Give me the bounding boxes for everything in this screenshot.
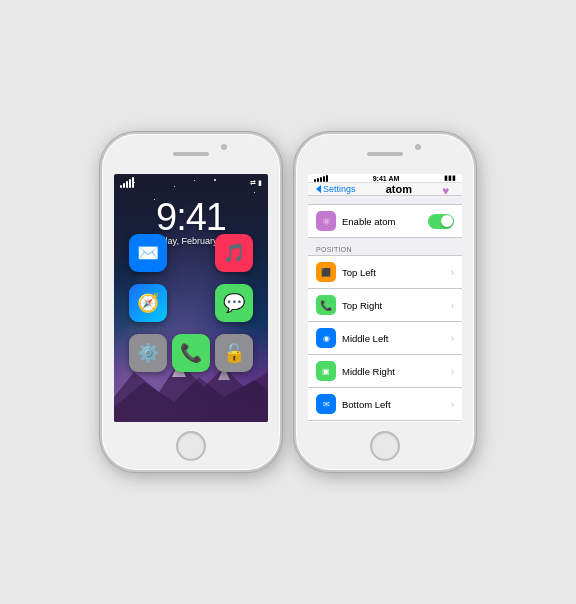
ss-battery: ▮▮▮ bbox=[444, 174, 456, 182]
spacer bbox=[172, 284, 210, 322]
ls-signal bbox=[120, 177, 134, 188]
back-chevron-icon bbox=[316, 185, 321, 193]
ss-bar-4 bbox=[323, 176, 325, 182]
pos-icon-bottom-left: ✉ bbox=[316, 394, 336, 414]
ss-bar-3 bbox=[320, 177, 322, 182]
battery-icon: ▮ bbox=[258, 179, 262, 187]
back-button[interactable]: Settings bbox=[316, 184, 356, 194]
home-button-right[interactable] bbox=[370, 431, 400, 461]
pos-icon-middle-left: ◉ bbox=[316, 328, 336, 348]
chevron-middle-left: › bbox=[451, 333, 454, 344]
back-label: Settings bbox=[323, 184, 356, 194]
settings-statusbar: 9:41 AM ▮▮▮ bbox=[308, 174, 462, 183]
unlock-icon: 🔓 bbox=[215, 334, 253, 372]
chevron-bottom-left: › bbox=[451, 399, 454, 410]
pos-label-bottom-left: Bottom Left bbox=[342, 399, 445, 410]
atom-icon: ⚛ bbox=[316, 211, 336, 231]
ls-status-icons: ⇄ ▮ bbox=[250, 179, 262, 187]
ss-signal bbox=[314, 175, 328, 182]
speaker-left bbox=[173, 152, 209, 156]
screen-left: ⇄ ▮ 9:41 Friday, February 20 ⚙️ 📞 🔓 bbox=[114, 174, 268, 422]
pos-label-middle-left: Middle Left bbox=[342, 333, 445, 344]
phone-bottom-right bbox=[296, 422, 474, 470]
home-button-left[interactable] bbox=[176, 431, 206, 461]
signal-bar-5 bbox=[132, 177, 134, 188]
mail-icon: ✉️ bbox=[129, 234, 167, 272]
app-icons-row3: ✉️ 🎵 bbox=[114, 234, 268, 272]
pos-icon-top-left: ⬛ bbox=[316, 262, 336, 282]
signal-bar-1 bbox=[120, 185, 122, 188]
position-row-middle-left[interactable]: ◉ Middle Left › bbox=[308, 322, 462, 355]
messages-icon: 💬 bbox=[215, 284, 253, 322]
settings-screen: 9:41 AM ▮▮▮ Settings atom ♥ ⚛ Enable ato… bbox=[308, 174, 462, 422]
lockscreen-time: 9:41 bbox=[114, 196, 268, 239]
safari-icon: 🧭 bbox=[129, 284, 167, 322]
right-phone: 9:41 AM ▮▮▮ Settings atom ♥ ⚛ Enable ato… bbox=[294, 132, 476, 472]
music-icon: 🎵 bbox=[215, 234, 253, 272]
position-header: POSITION bbox=[308, 244, 462, 255]
spacer2 bbox=[172, 234, 210, 272]
ss-bar-1 bbox=[314, 179, 316, 182]
ss-bar-5 bbox=[326, 175, 328, 182]
position-row-top-left[interactable]: ⬛ Top Left › bbox=[308, 256, 462, 289]
position-row-middle-right[interactable]: ▣ Middle Right › bbox=[308, 355, 462, 388]
camera-right bbox=[415, 144, 421, 150]
position-group: ⬛ Top Left › 📞 Top Right › bbox=[308, 255, 462, 422]
pos-icon-top-right: 📞 bbox=[316, 295, 336, 315]
pos-label-top-right: Top Right bbox=[342, 300, 445, 311]
phone-bottom-left bbox=[102, 422, 280, 470]
chevron-middle-right: › bbox=[451, 366, 454, 377]
settings-icon: ⚙️ bbox=[129, 334, 167, 372]
heart-icon: ♥ bbox=[442, 184, 454, 194]
pos-icon-middle-right: ▣ bbox=[316, 361, 336, 381]
enable-label: Enable atom bbox=[342, 216, 422, 227]
ls-statusbar: ⇄ ▮ bbox=[114, 177, 268, 188]
app-icons-row2: 🧭 💬 bbox=[114, 284, 268, 322]
ss-time: 9:41 AM bbox=[373, 175, 400, 182]
settings-navbar: Settings atom ♥ bbox=[308, 183, 462, 196]
pos-label-top-left: Top Left bbox=[342, 267, 445, 278]
lockscreen: ⇄ ▮ 9:41 Friday, February 20 ⚙️ 📞 🔓 bbox=[114, 174, 268, 422]
signal-bar-3 bbox=[126, 181, 128, 188]
app-icons-row1: ⚙️ 📞 🔓 bbox=[114, 334, 268, 372]
phone-top-right bbox=[296, 134, 474, 174]
phone-icon: 📞 bbox=[172, 334, 210, 372]
position-row-bottom-left[interactable]: ✉ Bottom Left › bbox=[308, 388, 462, 421]
signal-bar-2 bbox=[123, 183, 125, 188]
camera-left bbox=[221, 144, 227, 150]
position-section: POSITION ⬛ Top Left › 📞 bbox=[308, 244, 462, 422]
signal-bar-4 bbox=[129, 179, 131, 188]
enable-toggle[interactable] bbox=[428, 214, 454, 229]
position-row-bottom-right[interactable]: ♪ Bottom Right › bbox=[308, 421, 462, 422]
phone-top-left bbox=[102, 134, 280, 174]
chevron-top-right: › bbox=[451, 300, 454, 311]
nav-title: atom bbox=[386, 183, 412, 195]
wifi-icon: ⇄ bbox=[250, 179, 256, 187]
ss-bar-2 bbox=[317, 178, 319, 182]
left-phone: ⇄ ▮ 9:41 Friday, February 20 ⚙️ 📞 🔓 bbox=[100, 132, 282, 472]
position-row-top-right[interactable]: 📞 Top Right › bbox=[308, 289, 462, 322]
chevron-top-left: › bbox=[451, 267, 454, 278]
enable-row: ⚛ Enable atom bbox=[308, 205, 462, 237]
screen-right: 9:41 AM ▮▮▮ Settings atom ♥ ⚛ Enable ato… bbox=[308, 174, 462, 422]
pos-label-middle-right: Middle Right bbox=[342, 366, 445, 377]
enable-group: ⚛ Enable atom bbox=[308, 204, 462, 238]
speaker-right bbox=[367, 152, 403, 156]
